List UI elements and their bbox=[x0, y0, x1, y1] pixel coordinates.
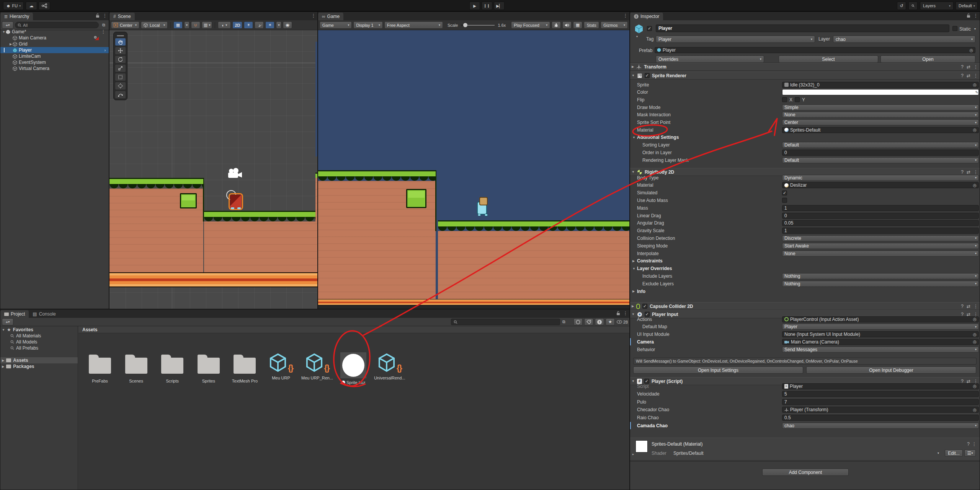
pulo-field[interactable]: 7 bbox=[782, 399, 979, 405]
grid-snap-toggle[interactable]: ▦ bbox=[173, 21, 183, 29]
asset-item-prefabs[interactable]: PreFabs bbox=[83, 352, 117, 383]
fold-arrow-icon[interactable]: ▶ bbox=[2, 359, 4, 362]
fold-arrow-icon[interactable]: ▼ bbox=[2, 30, 6, 34]
shader-edit-button[interactable]: Edit... bbox=[945, 449, 963, 457]
favorites-root[interactable]: ▼★Favorites bbox=[2, 327, 33, 333]
add-component-button[interactable]: Add Component bbox=[762, 469, 849, 476]
order-in-layer-field[interactable]: 0 bbox=[782, 150, 979, 156]
pause-button[interactable]: ❙❙ bbox=[482, 2, 492, 10]
component-header-sprite-renderer[interactable]: ▼✓Sprite Renderer?⇄⋮ bbox=[630, 72, 980, 80]
fold-arrow-icon[interactable]: ▶ bbox=[632, 290, 635, 293]
search-by-type-button[interactable] bbox=[573, 318, 583, 326]
lock-icon[interactable] bbox=[616, 311, 620, 316]
fold-arrow-icon[interactable]: ▶ bbox=[9, 42, 13, 46]
scale-slider[interactable] bbox=[461, 24, 495, 26]
sprite-sort-point-dropdown[interactable]: Center▾ bbox=[782, 119, 979, 125]
static-checkbox[interactable] bbox=[952, 26, 957, 31]
linear-drag-field[interactable]: 0 bbox=[782, 213, 979, 219]
asset-item-scripts[interactable]: Scripts bbox=[155, 352, 189, 383]
object-picker-icon[interactable]: ◎ bbox=[973, 82, 977, 87]
flip-y-checkbox[interactable] bbox=[795, 97, 800, 102]
prefab-field[interactable]: Player◎ bbox=[655, 47, 975, 53]
asset-item-sprites[interactable]: Sprites bbox=[191, 352, 226, 383]
component-header-transform[interactable]: ▶Transform?⇄⋮ bbox=[630, 63, 980, 71]
orientation-dropdown[interactable]: Local▾ bbox=[141, 21, 168, 29]
presets-icon[interactable]: ⇄ bbox=[967, 73, 970, 78]
hand-tool[interactable] bbox=[115, 38, 126, 46]
slider-knob[interactable] bbox=[463, 23, 467, 27]
effects-toggle[interactable]: ✶ bbox=[265, 21, 274, 29]
ui-input-module-object-field[interactable]: None (Input System UI Input Module)◎ bbox=[782, 331, 979, 337]
create-add-button[interactable]: + ▾ bbox=[2, 318, 13, 326]
flip-x-checkbox[interactable] bbox=[782, 97, 787, 102]
collision-detection-dropdown[interactable]: Discrete▾ bbox=[782, 235, 979, 241]
help-icon[interactable]: ? bbox=[967, 441, 970, 447]
tag-dropdown[interactable]: Player▾ bbox=[656, 36, 815, 43]
shader-list-button[interactable]: ☰ ▾ bbox=[964, 449, 976, 457]
favorites-filter-button[interactable]: ★ bbox=[606, 318, 615, 326]
help-icon[interactable]: ? bbox=[961, 304, 964, 309]
tab-project[interactable]: Project bbox=[0, 310, 29, 318]
raio-chao-field[interactable]: 0.5 bbox=[782, 415, 979, 421]
account-button[interactable]: ☻ FU ▾ bbox=[3, 2, 24, 10]
object-picker-icon[interactable]: ◎ bbox=[969, 48, 973, 53]
hierarchy-item-game-[interactable]: ▼Game*⋮ bbox=[0, 29, 109, 35]
enabled-checkbox[interactable]: ✓ bbox=[642, 304, 647, 309]
tab-game[interactable]: ∞ Game bbox=[318, 13, 343, 20]
2d-mode-toggle[interactable]: 2D bbox=[232, 21, 242, 29]
actions-object-field[interactable]: PlayerControl (Input Action Asset)◎ bbox=[782, 316, 979, 322]
fold-arrow-icon[interactable]: ▶ bbox=[632, 65, 634, 68]
kebab-menu-icon[interactable]: ⋮ bbox=[311, 13, 316, 18]
prefab-open-button[interactable]: Open bbox=[880, 55, 975, 63]
layout-dropdown[interactable]: Default▾ bbox=[956, 2, 978, 10]
favorites-item-all-materials[interactable]: All Materials bbox=[10, 333, 41, 339]
rotate-tool[interactable] bbox=[115, 55, 126, 63]
object-picker-icon[interactable]: ◎ bbox=[973, 407, 977, 412]
behavior-dropdown[interactable]: Send Messages▾ bbox=[782, 347, 979, 353]
camera-object-field[interactable]: Main Camera (Camera)◎ bbox=[782, 339, 979, 345]
name-field[interactable]: Player bbox=[656, 24, 949, 32]
draw-mode-dropdown[interactable]: Simple▾ bbox=[782, 104, 979, 111]
open-input-debugger-button[interactable]: Open Input Debugger bbox=[806, 366, 976, 374]
search-button[interactable] bbox=[908, 2, 918, 10]
angular-drag-field[interactable]: 0.05 bbox=[782, 220, 979, 226]
project-search-input[interactable] bbox=[451, 319, 560, 325]
use-auto-mass-checkbox[interactable] bbox=[782, 198, 787, 203]
kebab-menu-icon[interactable]: ⋮ bbox=[623, 13, 628, 18]
camera-alert-icon[interactable] bbox=[93, 36, 100, 41]
custom-editor-tool[interactable] bbox=[115, 91, 126, 99]
effects-options[interactable]: ▾ bbox=[276, 21, 281, 29]
layer-dropdown[interactable]: chao▾ bbox=[833, 36, 975, 43]
search-by-label-button[interactable] bbox=[584, 318, 593, 326]
hierarchy-search-input[interactable]: All bbox=[15, 22, 99, 28]
include-layers-dropdown[interactable]: Nothing▾ bbox=[782, 273, 979, 279]
fold-arrow-icon[interactable]: ▶ bbox=[632, 259, 635, 263]
flip-controls[interactable]: XY bbox=[782, 97, 805, 103]
overlay-drag-handle[interactable]: ▬▬ bbox=[115, 33, 126, 37]
version-control-button[interactable] bbox=[39, 2, 50, 10]
kebab-menu-icon[interactable]: ⋮ bbox=[973, 64, 978, 70]
fold-arrow-icon[interactable]: ▼ bbox=[632, 74, 635, 77]
kebab-menu-icon[interactable]: ⋮ bbox=[623, 311, 628, 316]
display-dropdown[interactable]: Display 1▾ bbox=[353, 21, 383, 29]
exclude-layers-dropdown[interactable]: Nothing▾ bbox=[782, 281, 979, 287]
move-tool[interactable] bbox=[115, 47, 126, 55]
fold-arrow-icon[interactable]: ▼ bbox=[632, 170, 635, 174]
tab-hierarchy[interactable]: ☰ Hierarchy bbox=[0, 13, 33, 20]
prefab-select-button[interactable]: Select bbox=[779, 55, 878, 63]
hierarchy-item-main-camera[interactable]: Main Camera bbox=[0, 35, 109, 41]
pivot-dropdown[interactable]: Center▾ bbox=[111, 21, 139, 29]
default-map-dropdown[interactable]: Player▾ bbox=[782, 324, 979, 330]
tab-console[interactable]: ▤ Console bbox=[29, 310, 59, 318]
static-options-dropdown[interactable]: ▾ bbox=[974, 27, 976, 31]
help-icon[interactable]: ? bbox=[961, 73, 964, 78]
open-in-new-icon[interactable]: ⧉ bbox=[562, 319, 565, 324]
object-picker-icon[interactable]: ◎ bbox=[973, 127, 977, 132]
play-focused-dropdown[interactable]: Play Focused▾ bbox=[511, 21, 550, 29]
tab-scene[interactable]: # Scene bbox=[109, 13, 135, 20]
enabled-checkbox[interactable]: ✓ bbox=[645, 73, 650, 78]
sorting-layer-dropdown[interactable]: Default▾ bbox=[782, 142, 979, 148]
debug-button[interactable] bbox=[552, 21, 561, 29]
asset-item-textmesh-pro[interactable]: TextMesh Pro bbox=[227, 352, 262, 383]
sprite-object-field[interactable]: Idle (32x32)_0◎ bbox=[782, 82, 979, 88]
